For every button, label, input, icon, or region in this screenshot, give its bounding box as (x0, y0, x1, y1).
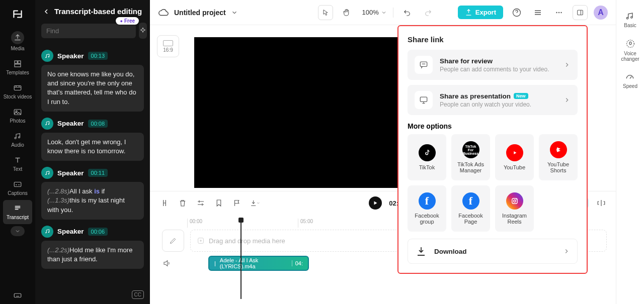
share-youtube-shorts[interactable]: YouTube Shorts (539, 134, 578, 180)
download-option[interactable]: Download (408, 239, 578, 264)
project-title[interactable]: Untitled project (174, 9, 226, 17)
youtube-icon (506, 144, 523, 161)
share-facebook-group[interactable]: fFacebook group (408, 185, 446, 232)
svg-point-34 (627, 18, 628, 19)
mute-toggle[interactable] (162, 259, 172, 268)
segment-text[interactable]: Look, don't get me wrong, I know there i… (41, 133, 144, 161)
music-icon (41, 118, 53, 130)
playhead[interactable] (240, 219, 242, 299)
music-icon (41, 226, 53, 238)
aspect-label: 16:9 (163, 47, 173, 53)
bookmark-tool[interactable] (213, 197, 224, 209)
nav-text[interactable]: Text (0, 152, 35, 176)
svg-point-15 (48, 173, 49, 174)
nav-keyboard[interactable] (0, 287, 35, 304)
enhance-button[interactable] (139, 23, 147, 39)
redo-button[interactable] (421, 5, 436, 20)
nav-audio[interactable]: Audio (0, 128, 35, 152)
back-icon[interactable] (42, 8, 50, 16)
nav-captions[interactable]: Captions (0, 176, 35, 200)
segment-header[interactable]: Speaker 00:08 (41, 118, 144, 130)
split-screen-tool[interactable] (596, 197, 607, 209)
empty-track-msg: Drag and drop media here (209, 237, 285, 245)
clip-title: Adele - All I Ask (LYRICS).m4a (220, 257, 288, 269)
svg-point-19 (556, 12, 557, 13)
share-for-review[interactable]: Share for review People can add comments… (408, 50, 578, 80)
chevron-down-icon (381, 10, 387, 16)
svg-point-6 (15, 137, 16, 139)
share-youtube[interactable]: YouTube (495, 134, 534, 180)
segment-header[interactable]: Speaker 00:11 (41, 167, 144, 179)
pencil-icon (169, 237, 177, 245)
segment-text[interactable]: (...2.2s)Hold me like I'm more than just… (41, 241, 144, 269)
svg-marker-23 (374, 201, 377, 205)
undo-button[interactable] (399, 5, 415, 20)
flag-tool[interactable] (231, 197, 243, 209)
download-tool[interactable] (250, 197, 261, 209)
app-logo[interactable] (8, 4, 28, 24)
svg-point-32 (513, 200, 516, 202)
nav-stock-videos[interactable]: Stock videos (0, 79, 35, 104)
panel-toggle[interactable] (573, 5, 588, 20)
share-tiktok-ads[interactable]: TikTokFor BusinessTikTok Ads Manager (451, 134, 490, 180)
hand-tool[interactable] (339, 5, 354, 20)
segment-time: 00:06 (88, 228, 108, 236)
adjust-tool[interactable] (195, 197, 206, 209)
track-edit-button[interactable] (162, 230, 184, 252)
transcript-list[interactable]: Speaker 00:13 No one knows me like you d… (35, 44, 150, 304)
aspect-icon (163, 40, 173, 46)
panel-title: Transcript-based editing (54, 7, 142, 16)
music-icon (41, 167, 53, 179)
share-facebook-page[interactable]: fFacebook Page (451, 185, 490, 232)
photo-icon (13, 108, 22, 117)
basic-tab[interactable]: Basic (624, 7, 636, 32)
download-icon (415, 245, 427, 257)
help-button[interactable] (509, 5, 524, 20)
nav-label: Text (13, 166, 22, 172)
share-tiktok[interactable]: TikTok (408, 134, 446, 180)
cursor-tool[interactable] (318, 5, 333, 20)
more-button[interactable] (551, 5, 567, 20)
audio-clip[interactable]: | Adele - All I Ask (LYRICS).m4a 04: (208, 256, 309, 271)
layers-button[interactable] (530, 5, 545, 20)
nav-transcript[interactable]: Transcript (3, 200, 32, 224)
nav-more[interactable] (11, 226, 25, 236)
video-preview[interactable] (194, 37, 411, 188)
cc-icon[interactable]: CC (132, 290, 144, 299)
upload-icon (11, 31, 24, 44)
svg-point-13 (48, 124, 49, 125)
nav-media[interactable]: Media (0, 27, 35, 55)
export-button[interactable]: Export (458, 6, 503, 19)
segment-text[interactable]: (...2.8s)All I ask is if (...1.3s)this i… (41, 182, 144, 220)
ellipsis-icon (554, 8, 564, 17)
voice-changer-tab[interactable]: Voice changer (616, 34, 644, 66)
share-instagram-reels[interactable]: Instagram Reels (495, 185, 534, 232)
svg-rect-3 (14, 86, 21, 90)
speaker-label: Speaker (57, 120, 84, 127)
play-button[interactable] (369, 196, 382, 210)
top-bar: Untitled project 100% Export A (150, 0, 616, 25)
keyboard-icon (13, 291, 22, 300)
svg-rect-1 (18, 61, 21, 63)
nav-photos[interactable]: Photos (0, 104, 35, 128)
svg-rect-37 (629, 42, 631, 45)
aspect-ratio-card[interactable]: 16:9 (157, 35, 179, 57)
chevron-down-icon[interactable] (231, 9, 238, 16)
segment-text[interactable]: No one knows me like you do, and since y… (41, 65, 144, 112)
speaker-label: Speaker (57, 169, 84, 177)
segment-header[interactable]: Speaker 00:13 (41, 50, 144, 62)
share-as-presentation[interactable]: Share as presentationNew People can only… (408, 85, 578, 115)
cloud-icon[interactable] (158, 7, 169, 18)
nav-templates[interactable]: Templates (0, 55, 35, 79)
chevron-right-icon (563, 248, 570, 255)
segment-header[interactable]: Speaker 00:06 (41, 226, 144, 238)
nav-label: Stock videos (4, 94, 32, 99)
avatar[interactable]: A (594, 6, 608, 20)
delete-tool[interactable] (177, 197, 188, 209)
zoom-control[interactable]: 100% (360, 9, 387, 16)
speed-tab[interactable]: Speed (623, 68, 637, 93)
svg-point-7 (19, 137, 20, 138)
split-tool[interactable] (159, 197, 170, 209)
find-input[interactable] (41, 24, 136, 38)
undo-icon (403, 8, 412, 17)
